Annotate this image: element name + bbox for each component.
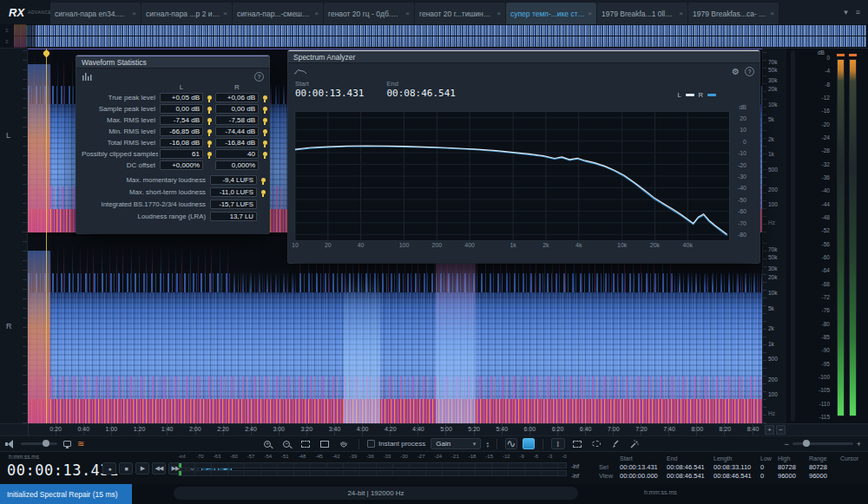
seek-pin-icon[interactable] [263, 118, 267, 122]
spectrum-graph[interactable]: 1020401002004001k2k4k10k20k40k [295, 112, 729, 252]
channel-options-icon[interactable]: ≡ [5, 39, 9, 44]
clip-indicator-left[interactable] [837, 54, 845, 56]
help-icon[interactable]: ? [745, 67, 754, 76]
tab-close-icon[interactable]: × [679, 10, 683, 17]
dialog-titlebar[interactable]: Waveform Statistics [76, 56, 269, 69]
chevron-down-icon[interactable]: ▾ [844, 8, 848, 16]
time-format-label[interactable]: h:mm:ss.ms [9, 454, 39, 460]
slider-knob[interactable] [803, 440, 810, 447]
timeline-ticks[interactable]: 0:200:401:001:201:402:002:202:403:003:20… [28, 424, 762, 435]
freq-zoom-in-button[interactable]: + [765, 425, 774, 435]
waveform-view-button[interactable]: ∿ [505, 438, 517, 449]
tab-close-icon[interactable]: × [405, 10, 410, 17]
dialog-titlebar[interactable]: Spectrum Analyzer [288, 51, 760, 63]
lasso-tool[interactable] [589, 438, 603, 449]
seek-pin-icon[interactable] [207, 95, 212, 100]
monitor-volume-slider[interactable] [21, 442, 57, 445]
seek-pin-icon[interactable] [263, 152, 267, 156]
tab-close-icon[interactable]: × [496, 10, 501, 17]
instant-process-toggle[interactable]: Instant process [367, 440, 425, 448]
speaker-icon[interactable] [5, 440, 15, 448]
spectrum-curve-l [295, 146, 727, 234]
hand-tool-button[interactable] [337, 438, 351, 449]
meter-db-label: -36 [822, 173, 830, 180]
seek-pin-icon[interactable] [261, 190, 266, 194]
clip-properties[interactable]: 24-bit | 192000 Hz [174, 487, 578, 500]
vertical-scrollbar[interactable] [791, 50, 795, 422]
zoom-in-button[interactable]: + [260, 438, 274, 449]
tab[interactable]: сигнал-пара ...р 2 и 3 .wav× [141, 3, 232, 24]
tab-close-icon[interactable]: × [132, 10, 136, 17]
spectrogram-settings-icon[interactable]: ≋ [77, 440, 84, 448]
tab-close-icon[interactable]: × [770, 10, 774, 17]
legend-channel-label: L [677, 91, 681, 99]
timeline-ruler[interactable]: 0:200:401:001:201:402:002:202:403:003:20… [0, 423, 868, 435]
tab[interactable]: генаот 20 гц - 0дб.wav× [324, 3, 414, 24]
freq-tick-label: 2k [542, 242, 549, 248]
tab[interactable]: 1979 Breakfas...ca- st1 .wav× [688, 3, 779, 24]
tab[interactable]: 1979 Breakfa...1 0lleg.wav× [597, 3, 687, 24]
seek-pin-icon[interactable] [207, 107, 212, 111]
settings-gear-icon[interactable]: ⚙ [732, 67, 740, 76]
seek-pin-icon[interactable] [207, 141, 212, 145]
stat-label: True peak level [82, 94, 158, 101]
info-row-name: View [599, 472, 620, 481]
zoom-fit-button[interactable] [318, 438, 332, 449]
tab-label: генаот 20 гц - 0дб.wav [328, 10, 403, 18]
seek-pin-icon[interactable] [263, 95, 267, 100]
clip-indicator-right[interactable] [849, 54, 857, 56]
timeline-label: 8:40 [747, 426, 760, 432]
module-dropdown[interactable]: Gain ▾ [431, 438, 481, 449]
tab[interactable]: сигнал-пар...-смеш9.wav× [233, 3, 323, 24]
timeline-label: 2:00 [189, 426, 201, 432]
record-button[interactable]: ● [102, 462, 116, 475]
slider-knob[interactable] [43, 440, 49, 447]
analysis-start-time[interactable]: 00:00:13.431 [295, 88, 364, 99]
module-spinner[interactable]: ▴ ▾ [486, 441, 489, 448]
tab[interactable]: генаот 20 г...тишина.wav× [415, 3, 505, 24]
spectrogram-right-channel[interactable] [28, 236, 762, 423]
seek-pin-icon[interactable] [207, 152, 212, 156]
timeline-label: 5:20 [468, 426, 480, 432]
magic-wand-tool[interactable] [628, 438, 641, 449]
tab-close-icon[interactable]: × [314, 10, 319, 17]
spectrogram-view-button[interactable] [523, 438, 535, 449]
seek-pin-icon[interactable] [263, 129, 267, 134]
tab[interactable]: супер темп-...ике ст1.wav× [506, 3, 596, 24]
seek-pin-icon[interactable] [261, 178, 266, 182]
time-selection-tool[interactable]: I [551, 438, 565, 449]
zoom-selection-button[interactable] [299, 438, 312, 449]
dialog-title: Waveform Statistics [82, 58, 147, 67]
brush-tool[interactable] [608, 438, 622, 449]
seek-pin-icon[interactable] [207, 118, 212, 122]
checkbox-icon[interactable] [367, 440, 375, 448]
zoom-slider[interactable] [792, 442, 853, 445]
seek-pin-icon[interactable] [207, 129, 212, 134]
help-icon[interactable]: ? [254, 72, 264, 82]
freq-zoom-out-button[interactable]: − [776, 425, 786, 435]
tab-close-icon[interactable]: × [223, 10, 227, 17]
zoom-in-icon[interactable]: + [857, 440, 861, 448]
seek-pin-icon[interactable] [263, 141, 267, 145]
status-bar: Initialized Spectral Repair (15 ms) 24-b… [0, 484, 868, 504]
info-column-header: High [778, 455, 809, 463]
rewind-button[interactable]: ◀◀ [152, 462, 166, 475]
analysis-end-time[interactable]: 00:08:46.541 [386, 88, 455, 99]
play-button[interactable]: ▶ [135, 462, 149, 475]
dialog-icon-row: ⚙ ? [288, 63, 760, 77]
pin-cell [205, 118, 214, 122]
stop-button[interactable]: ■ [119, 462, 133, 475]
menu-icon[interactable]: ≡ [856, 8, 860, 16]
meter-scale-label: -12 [503, 454, 510, 461]
playhead[interactable] [46, 49, 47, 423]
output-device-icon[interactable] [63, 441, 71, 447]
zoom-out-icon[interactable]: − [784, 440, 788, 448]
time-frequency-selection-tool[interactable] [570, 438, 584, 449]
tab[interactable]: сигнал-пара en34.wav× [50, 3, 141, 24]
channel-options-icon[interactable]: ≡ [5, 28, 9, 33]
tab-close-icon[interactable]: × [588, 10, 592, 17]
seek-pin-icon[interactable] [263, 107, 267, 111]
info-time-format-label[interactable]: h:mm:ss.ms [644, 489, 677, 495]
overview-strip[interactable] [14, 24, 868, 48]
zoom-out-button[interactable]: − [279, 438, 293, 449]
